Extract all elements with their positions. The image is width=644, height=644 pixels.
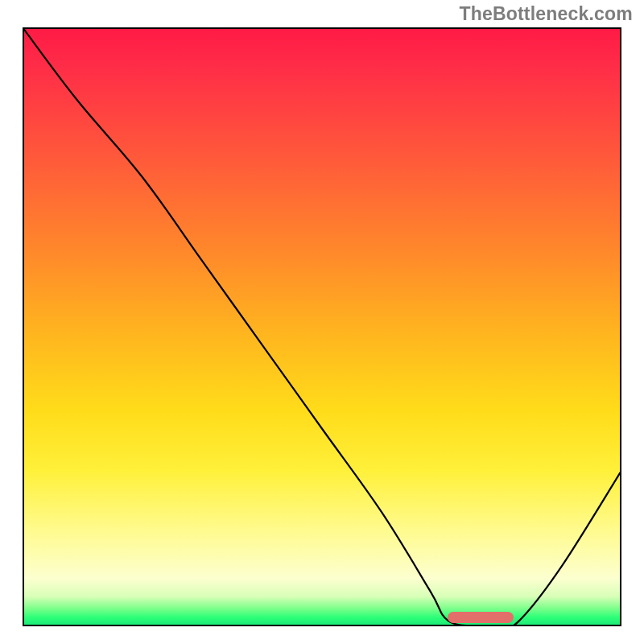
plot-area: [23, 27, 621, 626]
chart-container: TheBottleneck.com: [0, 0, 644, 644]
bottleneck-curve: [23, 27, 621, 626]
curve-path: [23, 27, 621, 626]
optimal-range-marker: [448, 612, 514, 623]
watermark-text: TheBottleneck.com: [459, 3, 633, 25]
